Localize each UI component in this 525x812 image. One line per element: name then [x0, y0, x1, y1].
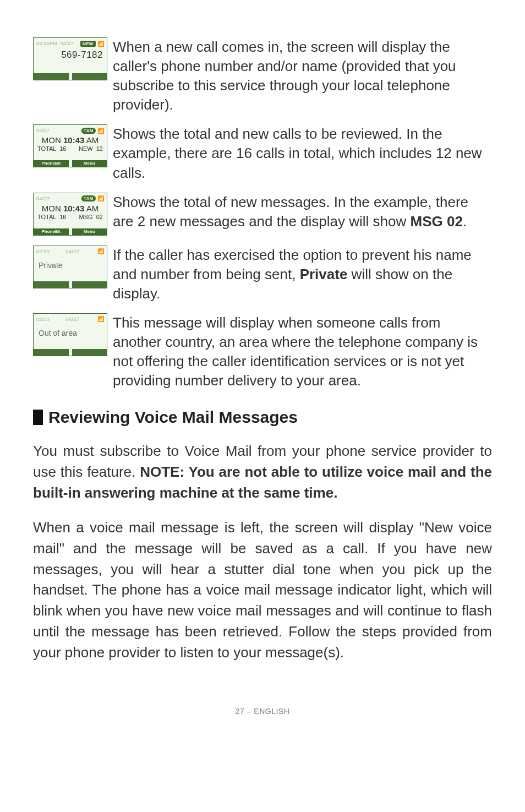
counter-line: TOTAL 16 MSG 02 [36, 214, 104, 220]
softkey-bar: PhoneBk Menu [34, 160, 107, 167]
lcd-total-new: 04/27 TAM 📶 MON 10:43 AM TOTAL 16 NEW 12… [33, 124, 107, 167]
page-footer: 27 – ENGLISH [33, 707, 492, 716]
row-private: 02:50 04/27 📶 Private If the caller has … [33, 246, 492, 303]
antenna-icon: 📶 [97, 248, 104, 254]
softkey-bar [34, 73, 107, 80]
lcd-date: 04/27 [36, 128, 50, 133]
heading-square-icon [33, 410, 43, 425]
lcd-time: 02:46PM [36, 41, 57, 46]
lcd-time: 02:50 [36, 317, 50, 322]
row-out-of-area: 02:50 04/27 📶 Out of area This message w… [33, 313, 492, 390]
tam-badge: TAM [81, 128, 96, 134]
desc-total-new: Shows the total and new calls to be revi… [113, 124, 492, 182]
lcd-out-of-area: 02:50 04/27 📶 Out of area [33, 313, 107, 356]
body-paragraph-2: When a voice mail message is left, the s… [33, 517, 492, 663]
antenna-icon: 📶 [97, 195, 104, 201]
section-heading: Reviewing Voice Mail Messages [33, 408, 492, 427]
softkey-phonebk[interactable]: PhoneBk [34, 228, 69, 235]
body-paragraph-1: You must subscribe to Voice Mail from yo… [33, 441, 492, 503]
softkey-bar [34, 349, 107, 356]
lcd-time: 02:50 [36, 249, 50, 254]
antenna-icon: 📶 [97, 128, 104, 134]
clock-line: MON 10:43 AM [36, 204, 104, 213]
private-text: Private [36, 261, 104, 270]
new-badge: NEW [80, 41, 96, 47]
softkey-menu[interactable]: Menu [72, 228, 107, 235]
softkey-bar: PhoneBk Menu [34, 228, 107, 235]
desc-out-of-area: This message will display when someone c… [113, 313, 492, 390]
lcd-date: 04/27 [66, 249, 79, 254]
antenna-icon: 📶 [97, 316, 104, 322]
counter-line: TOTAL 16 NEW 12 [36, 145, 104, 152]
softkey-bar [34, 281, 107, 288]
softkey-phonebk[interactable]: PhoneBk [34, 160, 69, 167]
lcd-date: 04/27 [61, 41, 74, 46]
desc-msg: Shows the total of new messages. In the … [113, 193, 492, 231]
out-of-area-text: Out of area [36, 329, 104, 337]
desc-new-call: When a new call comes in, the screen wil… [113, 37, 492, 115]
lcd-private: 02:50 04/27 📶 Private [33, 246, 107, 288]
row-msg: 04/27 TAM 📶 MON 10:43 AM TOTAL 16 MSG 02… [33, 193, 492, 236]
row-new-call: 02:46PM 04/27 NEW 📶 569-7182 When a new … [33, 37, 492, 115]
lcd-date: 04/27 [36, 196, 50, 201]
caller-number: 569-7182 [36, 50, 104, 61]
lcd-incoming-call: 02:46PM 04/27 NEW 📶 569-7182 [33, 37, 107, 80]
lcd-date: 04/27 [66, 317, 79, 322]
desc-private: If the caller has exercised the option t… [113, 246, 492, 303]
tam-badge: TAM [81, 195, 96, 201]
antenna-icon: 📶 [97, 41, 104, 47]
lcd-msg: 04/27 TAM 📶 MON 10:43 AM TOTAL 16 MSG 02… [33, 193, 107, 236]
softkey-menu[interactable]: Menu [72, 160, 107, 167]
row-total-new: 04/27 TAM 📶 MON 10:43 AM TOTAL 16 NEW 12… [33, 124, 492, 182]
clock-line: MON 10:43 AM [36, 135, 104, 145]
